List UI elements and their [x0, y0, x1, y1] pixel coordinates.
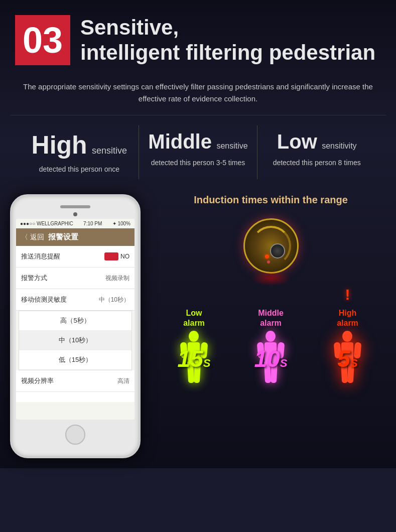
dropdown-option-middle[interactable]: 中（10秒） [19, 331, 131, 350]
sensitivity-low-big: Low [277, 130, 317, 153]
alarm-high-figure: 5S [331, 330, 364, 388]
alarm-item-low: Low alarm [178, 308, 210, 387]
header-title-line1: Sensitive, [80, 16, 179, 39]
dropdown-option-low[interactable]: 低（15秒） [19, 350, 131, 370]
sensitivity-middle-big: Middle [148, 130, 212, 153]
header-section: 03 Sensitive, intelligent filtering pede… [0, 0, 396, 76]
description-text: The appropriate sensitivity settings can… [20, 81, 376, 105]
phone-camera-dot [73, 212, 77, 216]
sensitivity-middle-desc: detected this person 3-5 times [144, 158, 252, 168]
camera-device [241, 216, 301, 276]
phone-dropdown: 高（5秒） 中（10秒） 低（15秒） [19, 311, 132, 370]
alarm-high-label: High alarm [337, 308, 358, 327]
alarm-high-label-line2: alarm [337, 319, 358, 327]
alarm-middle-figure: 10S [254, 330, 287, 388]
exclamation-mark: ! [345, 286, 350, 303]
phone-push-toggle[interactable]: NO [104, 252, 129, 260]
sensitivity-high-big: High [32, 131, 87, 159]
alarm-item-high: ! High alarm [331, 286, 364, 387]
sensitivity-low-label: Low sensitivity [262, 130, 371, 153]
phone-push-value: NO [120, 253, 129, 260]
sensitivity-low-small: sensitivity [322, 142, 356, 150]
sensitivity-low-word: Low sensitivity [277, 133, 357, 152]
phone-sensitivity-value: 中（10秒） [99, 296, 129, 304]
phone-menu-resolution: 视频分辨率 高清 [16, 370, 135, 392]
phone-menu-alarm: 报警方式 视频录制 [16, 268, 135, 289]
phone-alarm-value: 视频录制 [105, 274, 129, 283]
phone-menu-push: 推送消息提醒 NO [16, 246, 135, 268]
alarm-high-number: 5S [337, 345, 357, 372]
alarm-levels: Low alarm [156, 286, 386, 387]
sensitivity-section: High sensitive detected this person once… [10, 115, 386, 185]
induction-title: Induction times within the range [156, 194, 386, 206]
sensitivity-middle-word: Middle sensitive [148, 133, 247, 152]
sensitivity-low: Low sensitivity detected this person 8 t… [257, 125, 376, 180]
phone-nav-bar: 〈 返回 报警设置 [16, 228, 135, 246]
alarm-low-number: 15S [178, 345, 211, 372]
alarm-low-label-line2: alarm [183, 319, 205, 327]
alarm-middle-label-line2: alarm [260, 319, 282, 327]
sensitivity-high-label: High sensitive [25, 130, 134, 160]
alarm-middle-label: Middle alarm [258, 308, 284, 327]
header-title: Sensitive, intelligent filtering pedestr… [80, 15, 375, 66]
phone-sensitivity-label: 移动侦测灵敏度 [21, 295, 67, 304]
page-wrapper: 03 Sensitive, intelligent filtering pede… [0, 0, 396, 468]
phone-outer: ●●●○○ WELLGRAPHIC 7:10 PM ✦ 100% 〈 返回 报警… [10, 194, 141, 458]
camera-lens [270, 243, 285, 258]
main-content: ●●●○○ WELLGRAPHIC 7:10 PM ✦ 100% 〈 返回 报警… [0, 184, 396, 468]
alarm-high-label-line1: High [339, 309, 357, 317]
alarm-low-figure: 15S [178, 330, 210, 388]
phone-resolution-label: 视频分辨率 [21, 376, 54, 385]
section-number: 03 [23, 20, 63, 61]
dropdown-option-high[interactable]: 高（5秒） [19, 311, 131, 331]
phone-time: 7:10 PM [83, 221, 102, 226]
svg-point-0 [189, 331, 199, 342]
phone-resolution-value: 高清 [117, 377, 129, 385]
sensitivity-high-word: High sensitive [32, 138, 127, 157]
sensitivity-middle-small: sensitive [216, 142, 247, 150]
phone-status-bar: ●●●○○ WELLGRAPHIC 7:10 PM ✦ 100% [16, 219, 135, 228]
section-number-badge: 03 [15, 15, 70, 65]
alarm-low-label: Low alarm [183, 308, 205, 327]
description-section: The appropriate sensitivity settings can… [0, 76, 396, 115]
phone-menu-sensitivity: 移动侦测灵敏度 中（10秒） [16, 289, 135, 311]
sensitivity-high-desc: detected this person once [25, 165, 134, 175]
camera-ring [243, 218, 299, 274]
svg-point-6 [266, 331, 276, 342]
phone-home-button[interactable] [65, 425, 85, 445]
phone-alarm-label: 报警方式 [21, 274, 47, 283]
sensitivity-middle-label: Middle sensitive [144, 130, 252, 153]
header-title-line2: intelligent filtering pedestrian [80, 41, 375, 64]
right-section: Induction times within the range [151, 194, 391, 387]
alarm-middle-number: 10S [254, 345, 288, 372]
phone-speaker [60, 205, 90, 208]
phone-push-label: 推送消息提醒 [21, 252, 60, 261]
sensitivity-middle: Middle sensitive detected this person 3-… [139, 125, 258, 180]
phone-carrier: ●●●○○ WELLGRAPHIC [20, 221, 73, 226]
phone-container: ●●●○○ WELLGRAPHIC 7:10 PM ✦ 100% 〈 返回 报警… [5, 194, 146, 458]
sensitivity-high-small: sensitive [92, 146, 127, 156]
phone-battery: ✦ 100% [112, 221, 130, 226]
phone-nav-back[interactable]: 〈 返回 [21, 233, 44, 242]
phone-nav-title: 报警设置 [48, 232, 78, 242]
alarm-item-middle: Middle alarm 10S [254, 308, 287, 387]
alarm-low-label-line1: Low [186, 309, 202, 317]
sensitivity-low-desc: detected this person 8 times [262, 158, 371, 168]
toggle-rect [104, 252, 118, 260]
sensitivity-high: High sensitive detected this person once [20, 125, 139, 180]
phone-screen: ●●●○○ WELLGRAPHIC 7:10 PM ✦ 100% 〈 返回 报警… [16, 219, 135, 420]
svg-point-12 [342, 331, 352, 342]
alarm-middle-label-line1: Middle [258, 309, 284, 317]
